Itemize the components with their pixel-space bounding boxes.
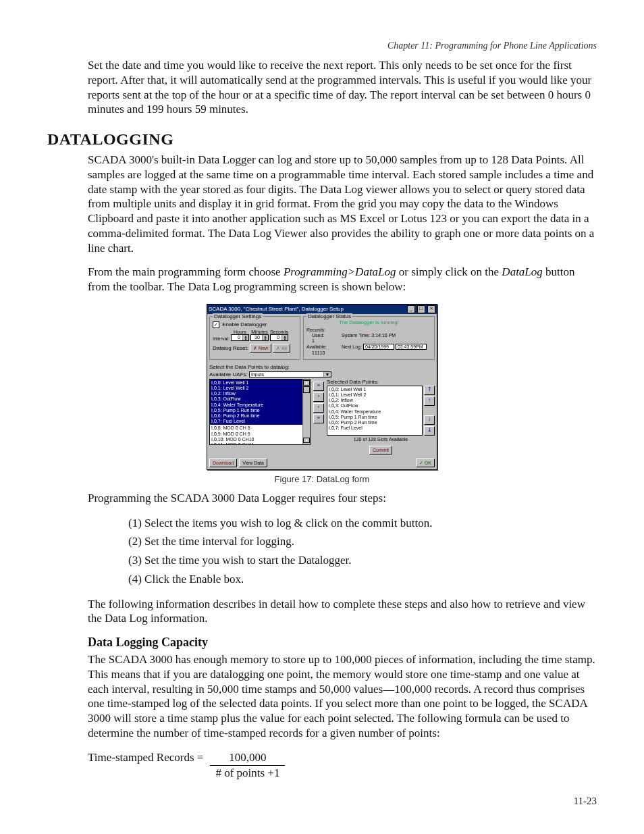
- list-item[interactable]: I,0,2: Inflow: [211, 391, 308, 396]
- button-commit[interactable]: Commit: [369, 446, 392, 454]
- list-item[interactable]: I,0,3: OutFlow: [329, 403, 421, 409]
- button-reset-all[interactable]: ✗ All: [273, 344, 290, 353]
- group-legend-status: Datalogger Status: [306, 313, 352, 319]
- capacity-paragraph: The SCADA 3000 has enough memory to stor…: [47, 652, 597, 741]
- list-item[interactable]: I,0,7: Fuel Level: [211, 419, 308, 424]
- status-running-text: The Datalogger is running!: [306, 319, 431, 325]
- steps-list: (1) Select the items you wish to log & c…: [47, 515, 597, 588]
- scada-window: SCADA 3000, "Chestnut Street Plant", Dat…: [207, 304, 437, 470]
- four-steps-intro: Programming the SCADA 3000 Data Logger r…: [47, 491, 597, 506]
- running-header: Chapter 11: Programming for Phone Line A…: [47, 41, 597, 51]
- maximize-button[interactable]: □: [417, 305, 425, 313]
- formula-denominator: # of points +1: [210, 766, 285, 781]
- value-nextlog-time: 03:43:59PM: [396, 344, 427, 350]
- label-nextlog: Next Log:: [342, 344, 362, 349]
- col-hours: Hours: [234, 330, 246, 334]
- listbox-available-points[interactable]: I,0,0: Level Well 1I,0,1: Level Well 2I,…: [209, 379, 311, 445]
- close-button[interactable]: ×: [427, 305, 435, 313]
- checkbox-enable-label: Enable Datalogger: [222, 321, 267, 328]
- window-titlebar: SCADA 3000, "Chestnut Street Plant", Dat…: [207, 305, 437, 314]
- button-view-data[interactable]: View Data: [239, 459, 267, 467]
- step-4: (4) Click the Enable box.: [128, 571, 597, 588]
- reset-label: Datalog Reset:: [213, 345, 248, 351]
- value-available: 11110: [312, 350, 325, 355]
- formula-label: Time-stamped Records =: [88, 750, 203, 765]
- combo-available-uafs[interactable]: Inputs ▼: [249, 371, 331, 377]
- list-item[interactable]: I,0,0: Level Well 1: [329, 387, 421, 392]
- group-datalogger-settings: Datalogger Settings ✓ Enable Datalogger …: [209, 316, 300, 360]
- select-datapoints-label: Select the Data Points to datalog:: [209, 364, 435, 370]
- value-used: 1: [312, 338, 315, 343]
- list-item[interactable]: I,0,4: Water Temperature: [329, 409, 421, 415]
- list-item[interactable]: I,0,1: Level Well 2: [329, 392, 421, 398]
- list-item[interactable]: I,0,6: Pump 2 Run time: [329, 420, 421, 425]
- button-move-up[interactable]: ↑: [424, 396, 435, 406]
- button-move-down[interactable]: ↓: [424, 415, 435, 425]
- minimize-button[interactable]: _: [407, 305, 415, 313]
- button-remove[interactable]: ‹: [313, 403, 324, 413]
- list-item[interactable]: I,0,7: Fuel Level: [329, 425, 421, 431]
- list-item[interactable]: I,0,8: MOD 0 CH 8: [211, 425, 308, 431]
- slots-available-text: 120 of 128 Slots Available: [327, 437, 435, 442]
- group-legend-settings: Datalogger Settings: [213, 313, 263, 319]
- figure-datalog-form: SCADA 3000, "Chestnut Street Plant", Dat…: [47, 304, 597, 470]
- formula-fraction: 100,000 # of points +1: [210, 750, 285, 781]
- bottom-button-bar: Download View Data ✓ OK: [207, 457, 437, 469]
- col-minutes: Minutes: [251, 330, 268, 334]
- spin-seconds[interactable]: 0▲▼: [270, 334, 288, 341]
- list-item[interactable]: I,0,5: Pump 1 Run time: [211, 408, 308, 413]
- list-item[interactable]: I,0,11: MOD 0 CH11: [211, 442, 308, 445]
- subheading-data-logging-capacity: Data Logging Capacity: [88, 635, 597, 650]
- figure-caption: Figure 17: DataLog form: [47, 474, 597, 484]
- selected-points-label: Selected Data Points:: [327, 379, 435, 385]
- label-available: Available:: [306, 344, 339, 349]
- button-add-all[interactable]: »: [313, 382, 324, 391]
- page-number: 11-23: [574, 796, 597, 807]
- list-item[interactable]: I,0,4: Water Temperature: [211, 402, 308, 408]
- value-systime: 3:14:10 PM: [371, 333, 396, 338]
- list-item[interactable]: I,0,0: Level Well 1: [211, 380, 308, 386]
- interval-label: Interval:: [213, 336, 230, 341]
- label-records: Records:: [306, 328, 339, 332]
- p2-pre: From the main programming form choose: [88, 265, 284, 278]
- button-move-bottom[interactable]: ⤓: [424, 426, 435, 436]
- spin-minutes[interactable]: 30▲▼: [250, 334, 269, 341]
- combo-value: Inputs: [250, 372, 265, 377]
- button-download[interactable]: Download: [209, 459, 237, 467]
- list-item[interactable]: I,0,9: MOD 0 CH 9: [211, 432, 308, 437]
- button-add[interactable]: ›: [313, 392, 324, 402]
- button-move-top[interactable]: ⤒: [424, 386, 435, 395]
- checkbox-enable-datalogger[interactable]: ✓: [213, 321, 219, 328]
- window-title: SCADA 3000, "Chestnut Street Plant", Dat…: [209, 306, 344, 313]
- p2-mid: or simply click on the: [396, 265, 502, 278]
- spin-hours[interactable]: 0▲▼: [231, 334, 249, 341]
- list-item[interactable]: I,0,10: MOD 0 CH10: [211, 437, 308, 442]
- available-uafs-label: Available UAFs:: [209, 371, 248, 377]
- chevron-down-icon: ▼: [323, 372, 331, 377]
- step-2: (2) Set the time interval for logging.: [128, 533, 597, 550]
- menu-path-datalog: DataLog: [502, 265, 542, 278]
- scrollbar[interactable]: ▲ ▼: [302, 380, 310, 444]
- button-ok[interactable]: ✓ OK: [416, 459, 435, 467]
- datalogging-paragraph-2: From the main programming form choose Pr…: [47, 265, 597, 294]
- listbox-selected-points[interactable]: I,0,0: Level Well 1I,0,1: Level Well 2I,…: [327, 386, 423, 436]
- list-item[interactable]: I,0,3: OutFlow: [211, 396, 308, 402]
- list-item[interactable]: I,0,1: Level Well 2: [211, 386, 308, 391]
- window-controls: _ □ ×: [406, 305, 435, 313]
- list-item[interactable]: I,0,6: Pump 2 Run time: [211, 413, 308, 419]
- step-1: (1) Select the items you wish to log & c…: [128, 515, 597, 531]
- menu-path-programming-datalog: Programming>DataLog: [284, 265, 396, 278]
- datalogging-paragraph-1: SCADA 3000's built-in Data Logger can lo…: [47, 153, 597, 255]
- group-datalogger-status: Datalogger Status The Datalogger is runn…: [303, 316, 435, 360]
- formula: Time-stamped Records = 100,000 # of poin…: [88, 750, 597, 781]
- button-reset-new[interactable]: ✗ New: [250, 344, 271, 353]
- following-info-paragraph: The following information describes in d…: [47, 597, 597, 627]
- intro-paragraph: Set the date and time you would like to …: [47, 58, 597, 117]
- list-item[interactable]: I,0,5: Pump 1 Run time: [329, 415, 421, 420]
- formula-numerator: 100,000: [210, 750, 285, 766]
- step-3: (3) Set the time you wish to start the D…: [128, 552, 597, 569]
- label-systime: System Time:: [342, 333, 370, 338]
- list-item[interactable]: I,0,2: Inflow: [329, 398, 421, 403]
- move-buttons: » › ‹ «: [313, 379, 324, 454]
- button-remove-all[interactable]: «: [313, 414, 324, 423]
